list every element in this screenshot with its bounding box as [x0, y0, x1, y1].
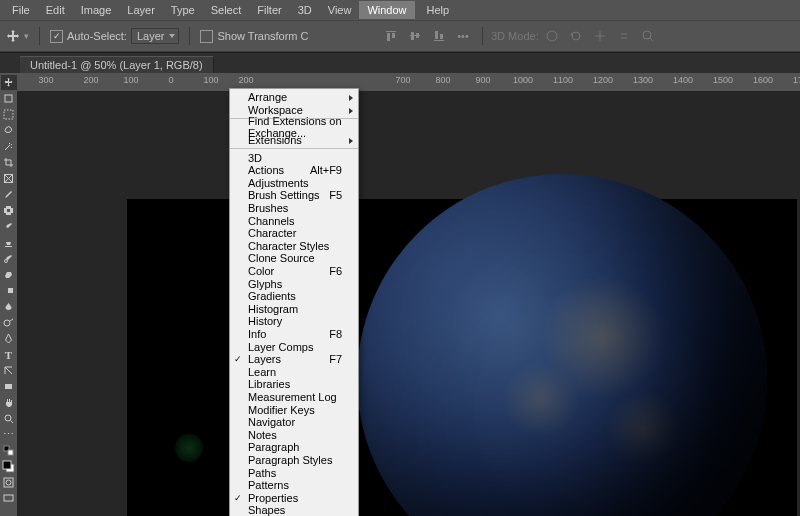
menu-item-paragraph[interactable]: Paragraph [230, 441, 358, 454]
menu-item-properties[interactable]: Properties [230, 491, 358, 504]
document-tab[interactable]: Untitled-1 @ 50% (Layer 1, RGB/8) [20, 56, 214, 73]
lasso-tool[interactable] [1, 123, 17, 138]
menu-item-label: Color [248, 265, 274, 277]
canvas-area[interactable] [17, 91, 800, 516]
menu-item-paragraph-styles[interactable]: Paragraph Styles [230, 454, 358, 467]
hand-tool[interactable] [1, 395, 17, 410]
history-brush-tool[interactable] [1, 251, 17, 266]
menu-view[interactable]: View [320, 1, 360, 19]
menu-item-label: Measurement Log [248, 391, 337, 403]
svg-point-22 [5, 260, 8, 263]
menu-item-histogram[interactable]: Histogram [230, 303, 358, 316]
canvas[interactable] [127, 199, 797, 516]
edit-toolbar[interactable]: ⋯ [1, 427, 17, 442]
menu-item-label: Properties [248, 492, 298, 504]
menu-item-extensions[interactable]: Extensions [230, 134, 358, 147]
show-transform-checkbox[interactable] [200, 30, 213, 43]
menu-item-shortcut: Alt+F9 [310, 164, 342, 176]
menu-file[interactable]: File [4, 1, 38, 19]
menu-item-libraries[interactable]: Libraries [230, 378, 358, 391]
menu-item-workspace[interactable]: Workspace [230, 104, 358, 117]
rectangle-tool[interactable] [1, 379, 17, 394]
menu-item-brushes[interactable]: Brushes [230, 202, 358, 215]
menu-item-arrange[interactable]: Arrange [230, 91, 358, 104]
zoom3d-icon[interactable] [637, 26, 659, 46]
menu-item-modifier-keys[interactable]: Modifier Keys [230, 403, 358, 416]
align-top-icon[interactable] [380, 26, 402, 46]
menu-item-label: Paths [248, 467, 276, 479]
menu-item-brush-settings[interactable]: Brush SettingsF5 [230, 189, 358, 202]
menu-layer[interactable]: Layer [119, 1, 163, 19]
crop-tool[interactable] [1, 155, 17, 170]
more-options-icon[interactable]: ••• [452, 26, 474, 46]
eyedropper-tool[interactable] [1, 187, 17, 202]
swap-colors[interactable] [1, 443, 17, 458]
pen-tool[interactable] [1, 331, 17, 346]
dodge-tool[interactable] [1, 315, 17, 330]
menu-item-clone-source[interactable]: Clone Source [230, 252, 358, 265]
marquee-tool[interactable] [1, 107, 17, 122]
menu-item-adjustments[interactable]: Adjustments [230, 177, 358, 190]
menu-image[interactable]: Image [73, 1, 120, 19]
brush-tool[interactable] [1, 219, 17, 234]
svg-rect-2 [392, 33, 395, 38]
menu-item-3d[interactable]: 3D [230, 151, 358, 164]
healing-tool[interactable] [1, 203, 17, 218]
menu-item-measurement-log[interactable]: Measurement Log [230, 391, 358, 404]
menu-item-gradients[interactable]: Gradients [230, 290, 358, 303]
menu-item-layers[interactable]: LayersF7 [230, 353, 358, 366]
menu-item-shapes[interactable]: Shapes [230, 504, 358, 516]
zoom-tool[interactable] [1, 411, 17, 426]
move-tool[interactable] [1, 75, 17, 90]
ruler-tick: 1600 [753, 75, 773, 85]
menu-item-history[interactable]: History [230, 315, 358, 328]
blur-tool[interactable] [1, 299, 17, 314]
menu-item-actions[interactable]: ActionsAlt+F9 [230, 164, 358, 177]
menu-3d[interactable]: 3D [290, 1, 320, 19]
menu-item-patterns[interactable]: Patterns [230, 479, 358, 492]
type-tool[interactable]: T [1, 347, 17, 362]
auto-select-label: Auto-Select: [67, 30, 127, 42]
roll3d-icon[interactable] [565, 26, 587, 46]
menu-window[interactable]: Window [359, 1, 414, 19]
menu-item-character[interactable]: Character [230, 227, 358, 240]
stamp-tool[interactable] [1, 235, 17, 250]
menu-item-info[interactable]: InfoF8 [230, 328, 358, 341]
svg-rect-13 [5, 95, 12, 102]
svg-line-29 [11, 421, 14, 424]
auto-select-dropdown[interactable]: Layer [131, 28, 180, 44]
artboard-tool[interactable] [1, 91, 17, 106]
menu-item-channels[interactable]: Channels [230, 214, 358, 227]
menu-item-layer-comps[interactable]: Layer Comps [230, 340, 358, 353]
window-menu-dropdown: ArrangeWorkspaceFind Extensions on Excha… [229, 88, 359, 516]
menu-item-find-extensions-on-exchange[interactable]: Find Extensions on Exchange... [230, 121, 358, 134]
gradient-tool[interactable] [1, 283, 17, 298]
screenmode-tool[interactable] [1, 491, 17, 506]
menu-edit[interactable]: Edit [38, 1, 73, 19]
menu-item-paths[interactable]: Paths [230, 466, 358, 479]
auto-select-checkbox[interactable] [50, 30, 63, 43]
wand-tool[interactable] [1, 139, 17, 154]
path-tool[interactable] [1, 363, 17, 378]
eraser-tool[interactable] [1, 267, 17, 282]
menu-item-character-styles[interactable]: Character Styles [230, 240, 358, 253]
menu-select[interactable]: Select [203, 1, 250, 19]
slide3d-icon[interactable] [613, 26, 635, 46]
align-middle-icon[interactable] [404, 26, 426, 46]
menu-type[interactable]: Type [163, 1, 203, 19]
ruler-tick: 1100 [553, 75, 573, 85]
pan3d-icon[interactable] [589, 26, 611, 46]
align-bottom-icon[interactable] [428, 26, 450, 46]
menu-item-notes[interactable]: Notes [230, 428, 358, 441]
ruler-tick: 1000 [513, 75, 533, 85]
menu-item-learn[interactable]: Learn [230, 365, 358, 378]
menu-item-glyphs[interactable]: Glyphs [230, 277, 358, 290]
frame-tool[interactable] [1, 171, 17, 186]
orbit3d-icon[interactable] [541, 26, 563, 46]
menu-item-navigator[interactable]: Navigator [230, 416, 358, 429]
menu-help[interactable]: Help [419, 1, 458, 19]
menu-filter[interactable]: Filter [249, 1, 289, 19]
fg-bg-colors[interactable] [1, 459, 17, 474]
menu-item-color[interactable]: ColorF6 [230, 265, 358, 278]
quickmask-tool[interactable] [1, 475, 17, 490]
